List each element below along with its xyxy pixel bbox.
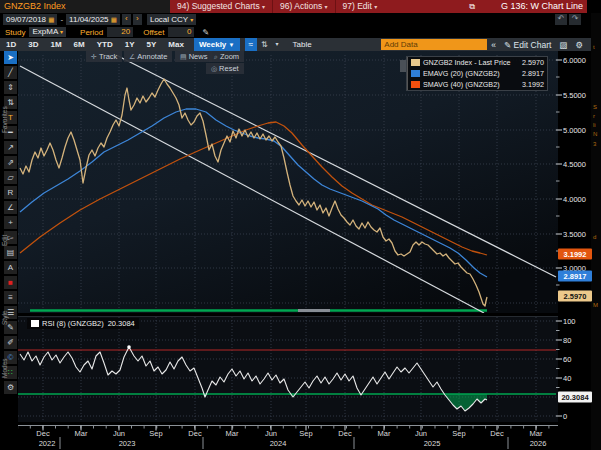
x-axis-month-label: Sep (452, 429, 465, 438)
line-tool[interactable]: ╱ (4, 66, 17, 79)
news-button[interactable]: ▤News (175, 51, 212, 62)
color-swatch-tool[interactable]: ■ (4, 276, 17, 289)
channel-tool[interactable]: ▱ (4, 171, 17, 184)
collapse-icon[interactable]: « (487, 40, 500, 50)
export-icon[interactable]: ⧉ (469, 0, 475, 13)
axis-tick-label: 80 (563, 336, 571, 345)
rsi-swatch (31, 320, 39, 327)
x-axis-month-label: Dec (36, 429, 49, 438)
axis-tick-label: 4.5000 (563, 160, 586, 169)
legend-label: GNZGB2 Index - Last Price (423, 58, 510, 67)
rsi-peak-marker (127, 345, 131, 349)
move-tool[interactable]: + (4, 216, 17, 229)
calendar-icon[interactable]: ▦ (111, 16, 117, 23)
axis-tick-label: 60 (563, 355, 571, 364)
x-axis-year-label: 2023 (119, 439, 136, 448)
chevron-down-icon: ▾ (60, 29, 63, 35)
arrow-tool[interactable]: ⇗ (4, 156, 17, 169)
smavg-badge: 3.1992 (558, 249, 592, 260)
font-tool[interactable]: A (4, 261, 17, 274)
axis-tick-label: 5.0000 (563, 126, 586, 135)
edit-chart-button[interactable]: ✎ Edit Chart (500, 40, 555, 50)
zoom-button[interactable]: ⌕Zoom (209, 51, 244, 62)
legend-swatch (411, 81, 420, 88)
chevron-down-icon: ▾ (262, 4, 265, 10)
chevron-down-icon[interactable]: ▾ (272, 38, 283, 51)
redo-button[interactable]: ↷ (569, 14, 581, 25)
range-button-5y[interactable]: 5Y (141, 38, 163, 51)
rsi-legend[interactable]: RSI (8) (GNZGB2) 20.3084 (27, 318, 139, 329)
legend-item[interactable]: SMAVG (40) (GNZGB2)3.1992 (407, 79, 547, 90)
x-axis-year-label: 2024 (270, 439, 287, 448)
edit-study-pencil-icon[interactable]: ✎ (202, 28, 209, 37)
menu-item[interactable]: 97) Edit ▾ (335, 0, 385, 14)
date-from-field[interactable]: 09/07/2018 ▦ (3, 14, 57, 25)
range-button-3d[interactable]: 3D (22, 38, 44, 51)
measure-tool[interactable]: ⇕ (4, 81, 17, 94)
x-axis-month-label: Mar (226, 429, 239, 438)
menu-item[interactable]: 94) Suggested Charts ▾ (170, 0, 272, 14)
x-axis-month-label: Mar (75, 429, 88, 438)
chart-legend: GNZGB2 Index - Last Price2.5970EMAVG (20… (406, 56, 548, 91)
calendar-icon[interactable]: ▦ (48, 16, 54, 23)
x-axis-month-label: Sep (149, 429, 162, 438)
clipped-text-fragment: N (593, 131, 597, 137)
chevron-down-icon: ▾ (374, 4, 377, 10)
x-axis-month-label: Dec (188, 429, 201, 438)
cursor-tool[interactable]: ➤ (4, 51, 17, 64)
x-axis-month-label: Jun (113, 429, 125, 438)
study-select[interactable]: ExpMA ▾ (29, 27, 66, 37)
date-to-field[interactable]: 11/04/2025 ▦ (66, 14, 120, 25)
currency-select[interactable]: Local CCY ▾ (147, 14, 196, 25)
gear-icon[interactable]: ⚙ (571, 40, 587, 50)
zoom-icon: ⌕ (214, 53, 218, 60)
line-width-tool[interactable]: ≡ (4, 291, 17, 304)
panel-icon[interactable]: ▨ (555, 40, 571, 50)
range-button-1m[interactable]: 1M (44, 38, 67, 51)
legend-swatch (411, 59, 420, 66)
range-button-6m[interactable]: 6M (68, 38, 91, 51)
legend-item[interactable]: EMAVG (20) (GNZGB2)2.8917 (407, 68, 547, 79)
rsi-label: RSI (8) (GNZGB2) (42, 319, 104, 328)
pencil-icon: ✎ (504, 40, 511, 50)
regression-tool[interactable]: R (4, 186, 17, 199)
sort-icon[interactable]: ⇅ (257, 38, 272, 51)
settings-gear[interactable]: ⚙ (4, 381, 17, 394)
sidebar-section-label: Favorites (1, 106, 8, 133)
line-chart-type-icon[interactable]: ≈ (245, 38, 257, 51)
date-to-value: 11/04/2025 (69, 15, 108, 24)
clipped-text-fragment: S (593, 104, 597, 110)
clipped-text-fragment: li (593, 122, 596, 128)
range-button-ytd[interactable]: YTD (91, 38, 119, 51)
clipboard-tool[interactable]: ▤ (4, 246, 17, 259)
range-button-1y[interactable]: 1Y (119, 38, 141, 51)
axis-tick-label: 4.0000 (563, 195, 586, 204)
next-period-button[interactable]: › (133, 14, 142, 25)
trendline-tool[interactable]: ↗ (4, 141, 17, 154)
legend-swatch (411, 70, 420, 77)
clipped-text-fragment: M (593, 302, 598, 308)
legend-drag-handle[interactable] (400, 60, 406, 72)
menu-item[interactable]: 96) Actions ▾ (272, 0, 334, 14)
offset-input[interactable]: 0 (168, 27, 194, 37)
range-button-1d[interactable]: 1D (0, 38, 22, 51)
legend-label: EMAVG (20) (GNZGB2) (423, 69, 500, 78)
angle-tool[interactable]: ∠ (4, 201, 17, 214)
frequency-select[interactable]: Weekly ▼ (194, 38, 240, 51)
add-data-input[interactable] (381, 39, 487, 50)
x-axis-month-label: Jun (265, 429, 277, 438)
prev-period-button[interactable]: ‹ (122, 14, 131, 25)
undo-button[interactable]: ↶ (555, 14, 567, 25)
annotate-pen-tool[interactable]: ✐ (4, 336, 17, 349)
study-label: Study (5, 28, 25, 37)
legend-item[interactable]: GNZGB2 Index - Last Price2.5970 (407, 57, 547, 68)
clipped-text-fragment: t (593, 44, 595, 50)
reset-button[interactable]: ◎Reset (206, 63, 244, 74)
range-button-max[interactable]: Max (162, 38, 190, 51)
track-button[interactable]: ✛Track (86, 51, 122, 62)
table-button[interactable]: Table (283, 40, 322, 49)
clipped-text-fragment: d (593, 234, 596, 240)
period-input[interactable]: 20 (107, 27, 133, 37)
sidebar-section-label: Style (1, 311, 8, 325)
annotate-button[interactable]: ∠Annotate (124, 51, 172, 62)
